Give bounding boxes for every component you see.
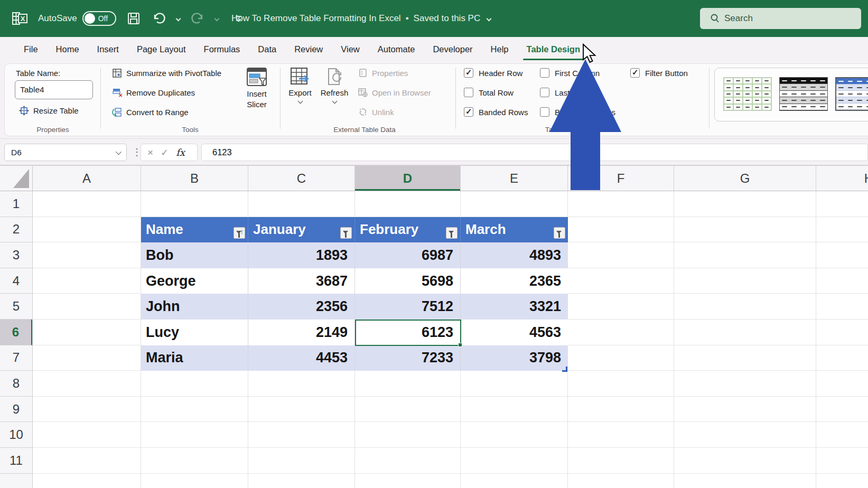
filter-sort-button-icon[interactable]: ↑ [234,227,245,239]
cell-b4[interactable]: George [141,268,248,294]
undo-button[interactable] [151,11,167,26]
cell-d7[interactable]: 7233 [355,345,461,371]
cell-e4[interactable]: 2365 [461,268,568,294]
table-header-february[interactable]: February [355,217,461,243]
cell-grid[interactable]: 1 2 3 4 5 6 7 8 9 10 11 Name ↑ [0,191,868,488]
table-style-preview-blue-selected[interactable] [835,77,868,111]
tab-insert[interactable]: Insert [88,37,128,62]
column-header-b[interactable]: B [141,166,248,191]
cell-e7[interactable]: 3798 [461,345,568,371]
cancel-icon[interactable]: × [147,147,153,158]
table-row[interactable]: Lucy 2149 6123 4563 [141,320,568,345]
column-header-a[interactable]: A [33,166,141,191]
undo-dropdown-chevron-icon[interactable] [175,16,181,21]
checkbox-header-row[interactable]: Header Row [464,68,522,78]
checkbox-last-column[interactable]: Last Column [540,88,599,97]
checkbox-total-row[interactable]: Total Row [464,88,514,97]
cell-e6[interactable]: 4563 [461,320,568,345]
formula-input[interactable]: 6123 [201,144,868,161]
tab-developer[interactable]: Developer [424,37,481,62]
search-input[interactable]: Search [700,8,861,29]
column-header-f[interactable]: F [568,166,674,191]
cell-c6[interactable]: 2149 [248,320,355,345]
cell-d4[interactable]: 5698 [355,268,461,294]
tab-automate[interactable]: Automate [369,37,424,62]
table-row[interactable]: Maria 4453 7233 3798 [141,345,568,371]
cell-e3[interactable]: 4893 [461,242,568,268]
checkbox-banded-columns[interactable]: Banded Columns [540,107,615,117]
table-header-march[interactable]: March [461,217,568,243]
resize-table-button[interactable]: Resize Table [19,106,79,116]
table-header-january[interactable]: January [248,217,355,243]
row-header-6-selected[interactable]: 6 [0,320,32,345]
column-header-d-selected[interactable]: D [355,166,461,191]
checkbox-filter-button[interactable]: Filter Button [630,68,688,78]
row-header-7[interactable]: 7 [0,345,32,371]
cell-c5[interactable]: 2356 [248,294,355,320]
table-resize-handle-icon[interactable] [562,367,567,372]
title-dropdown-chevron-icon[interactable] [487,16,492,21]
document-title[interactable]: How To Remove Table Formatting In Excel … [231,0,491,37]
row-header-10[interactable]: 10 [0,422,32,448]
filter-button-icon[interactable] [446,227,458,239]
name-box[interactable]: D6 [4,144,127,161]
table-style-preview-light-green[interactable] [723,77,772,111]
row-header-12-partial[interactable] [0,474,32,488]
tab-review[interactable]: Review [285,37,332,62]
checkbox-banded-rows[interactable]: Banded Rows [464,107,528,117]
filter-button-icon[interactable] [340,227,352,239]
filter-button-icon[interactable] [554,227,565,239]
convert-to-range-button[interactable]: Convert to Range [112,107,189,117]
row-header-5[interactable]: 5 [0,294,32,320]
cell-c3[interactable]: 1893 [248,242,355,268]
cell-d5[interactable]: 7512 [355,294,461,320]
autosave-toggle[interactable]: Off [82,11,116,26]
cell-b6[interactable]: Lucy [141,320,248,345]
remove-duplicates-button[interactable]: ✕ Remove Duplicates [112,88,195,98]
tab-table-design[interactable]: Table Design [518,37,589,62]
column-header-g[interactable]: G [674,166,816,191]
tab-help[interactable]: Help [482,37,518,62]
cell-d6-selected[interactable]: 6123 [355,320,461,345]
cell-b5[interactable]: John [141,294,248,320]
export-button[interactable]: Export [285,67,315,103]
refresh-button[interactable]: Refresh [318,67,351,103]
row-header-2[interactable]: 2 [0,217,32,243]
enter-icon[interactable]: ✓ [161,147,169,158]
table-row[interactable]: Bob 1893 6987 4893 [141,242,568,268]
name-box-chevron-icon[interactable] [116,148,122,154]
excel-app-icon[interactable]: X [12,10,29,27]
save-icon[interactable] [126,11,142,26]
tab-home[interactable]: Home [47,37,88,62]
tab-view[interactable]: View [332,37,368,62]
select-all-corner[interactable] [0,166,33,191]
insert-function-icon[interactable]: fx [176,147,185,158]
table-row[interactable]: George 3687 5698 2365 [141,268,568,294]
cell-c4[interactable]: 3687 [248,268,355,294]
tab-file[interactable]: File [15,37,47,62]
table-name-input[interactable]: Table4 [15,80,93,99]
table-row[interactable]: John 2356 7512 3321 [141,294,568,320]
row-header-1[interactable]: 1 [0,191,32,217]
tab-formulas[interactable]: Formulas [195,37,249,62]
checkbox-first-column[interactable]: First Column [540,68,600,78]
column-header-c[interactable]: C [248,166,355,191]
column-header-h-partial[interactable]: H [816,166,868,191]
row-header-8[interactable]: 8 [0,371,32,397]
cell-d3[interactable]: 6987 [355,242,461,268]
row-header-4[interactable]: 4 [0,268,32,294]
cell-e5[interactable]: 3321 [461,294,568,320]
table-style-preview-dark[interactable] [779,77,828,111]
row-header-11[interactable]: 11 [0,448,32,474]
tab-data[interactable]: Data [249,37,285,62]
cell-c7[interactable]: 4453 [248,345,355,371]
row-header-9[interactable]: 9 [0,397,32,423]
autosave-control[interactable]: AutoSave Off [38,11,116,26]
tab-page-layout[interactable]: Page Layout [128,37,195,62]
summarize-with-pivottable-button[interactable]: Summarize with PivotTable [112,68,221,78]
cell-b7[interactable]: Maria [141,345,248,371]
cell-b3[interactable]: Bob [141,242,248,268]
table-header-name[interactable]: Name ↑ [141,217,248,243]
row-header-3[interactable]: 3 [0,242,32,268]
column-header-e[interactable]: E [461,166,568,191]
